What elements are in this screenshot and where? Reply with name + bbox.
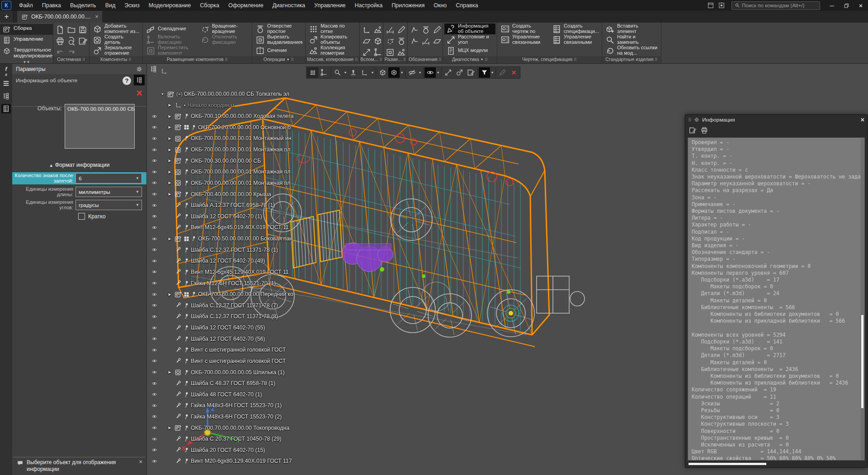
tree-row[interactable]: ▶ОКБ-700.00.00.00.00.01 Монтажная пл [147,144,301,155]
restore-button[interactable] [840,0,853,10]
information-window[interactable]: ⠿ Информация × Проверил = - Утвердил = -… [685,114,868,468]
zoom-icon[interactable] [332,67,343,78]
distance-angle-button[interactable]: Расстояние и угол [444,34,495,45]
tree-row[interactable]: ▼(+)ОКБ-700.00.00.00.00.00 СБ Толкатель … [147,89,301,99]
aux-axis-icon[interactable] [362,25,372,34]
tree-row[interactable]: Шайба 12 ГОСТ 6402-70 (49) [147,255,301,266]
aux-curve-icon[interactable] [373,48,383,56]
visibility-eye-icon[interactable] [151,258,158,264]
coincidence-button[interactable]: Совпадение [144,24,198,34]
info-vertical-scrollbar[interactable] [861,138,864,460]
tree-filter-icon[interactable] [160,67,168,75]
objects-listbox[interactable]: ОКБ-700.00.00.00.00.00 СБ... [65,104,135,149]
info-close-icon[interactable]: × [861,116,864,123]
create-spec-button[interactable]: Создать спецификаци... [550,24,600,34]
info-report[interactable]: Проверил = - Утвердил = - Т. контр. = - … [688,137,865,461]
tree-row[interactable]: Гайка М12-6Н ГОСТ 15521-70 (1) [147,278,301,289]
expand-arrow-icon[interactable]: ▶ [167,292,173,296]
dim-leader-icon[interactable] [396,48,406,56]
dim-linear-icon[interactable] [385,25,395,34]
scene-check-icon[interactable] [465,67,476,78]
tree-row[interactable]: ▶ОКБ-700.70.00.00.00.00 Токопроводна [147,423,301,433]
angle-units-select[interactable]: градусы▼ [75,200,142,210]
decimals-select[interactable]: 6▼ [75,173,142,183]
tree-row[interactable]: ▶ОКБ-700.40.00.00.00.00 Крыша [147,189,301,200]
tree-row[interactable]: Шайба 12 ГОСТ 6402-70 (56) [147,334,301,344]
aux-point-icon[interactable] [373,25,383,34]
visibility-eye-icon[interactable] [151,292,158,297]
display-dropdown-caret[interactable]: ▼ [400,71,404,74]
visibility-eye-icon[interactable] [151,436,158,442]
save-icon[interactable] [78,25,88,34]
visibility-eye-icon[interactable] [151,314,158,320]
dim-radial-icon[interactable] [385,37,395,46]
mirror-component-button[interactable]: Зеркальное отражение ко... [91,45,141,56]
snap-icon[interactable] [443,67,454,78]
info-gear-icon[interactable] [693,117,700,123]
mode-solid-modeling[interactable]: Твердотельное моделирование [0,46,53,60]
expand-arrow-icon[interactable]: ▶ [167,237,173,241]
tree-row[interactable]: Винт М12-6gх45.019.40Х.019 ГОСТ 11 [147,222,301,233]
expand-arrow-icon[interactable]: ▶ [167,159,173,163]
new-document-icon[interactable] [55,25,65,34]
visibility-eye-icon[interactable] [151,180,158,186]
tree-row[interactable]: Гайка М48х3-6Н ГОСТ 15523-70 (1) [147,400,301,411]
format-section-header[interactable]: ▲Формат информации [12,162,146,168]
mode-management[interactable]: Управление [0,35,53,46]
tree-row[interactable]: ▶ОКБ-700.00.00.00.00.01 Монтажная пл [147,166,301,177]
orientation-icon[interactable] [348,67,359,78]
expand-arrow-icon[interactable]: ▶ [167,148,173,152]
visibility-eye-icon[interactable] [151,124,158,130]
aux-lcs-icon[interactable] [373,37,383,46]
expand-arrow-icon[interactable]: ▶ [167,103,173,107]
designation-rough-icon[interactable] [410,25,420,34]
tree-row[interactable]: ▶ОКБ-700.50.00.00.00.00 Боковая пан [147,233,301,244]
create-part-button[interactable]: Создать деталь [91,34,141,45]
tree-row[interactable]: Винт с шестигранной головкой ГОСТ [147,344,301,355]
tree-row[interactable]: ▶ОКБ-700.30.00.00.00.00 СБ [147,155,301,166]
app-logo[interactable]: К [1,1,11,10]
expand-arrow-icon[interactable]: ▶ [167,170,173,174]
copy-objects-button[interactable]: Копировать объекты [307,34,358,45]
open-icon[interactable] [66,25,76,34]
document-tab[interactable]: ОКБ-700.00.00.00.00.... × [17,11,102,23]
visibility-eye-icon[interactable] [151,325,158,331]
move-component-button[interactable]: Переместить компонент [144,45,198,56]
preview-icon[interactable] [66,37,76,46]
grid-array-button[interactable]: Массив по сетке [307,24,358,34]
expand-arrow-icon[interactable]: ▶ [167,114,173,118]
length-units-select[interactable]: миллиметры▼ [75,187,142,197]
mode-assembly[interactable]: Сборка [0,24,53,35]
visibility-eye-icon[interactable] [151,269,158,275]
menu-оформление[interactable]: Оформление [224,0,268,11]
menu-эскиз[interactable]: Эскиз [120,0,144,11]
aux-plane-icon[interactable] [362,37,372,46]
info-save-icon[interactable] [689,127,697,134]
dim-table-icon[interactable] [385,48,395,56]
expand-arrow-icon[interactable]: ▶ [167,192,173,196]
insert-element-button[interactable]: Вставить элемент [604,24,660,34]
tree-panel-icon[interactable] [1,91,11,101]
expand-arrow-icon[interactable]: ▼ [160,92,165,96]
menu-правка[interactable]: Правка [38,0,66,11]
parameters-panel-icon[interactable] [1,104,11,113]
visibility-eye-icon[interactable] [151,391,158,397]
disable-fixation-button[interactable]: Отключить фиксацию [198,34,250,45]
menu-управление[interactable]: Управление [310,0,350,11]
expand-arrow-icon[interactable]: ▶ [167,136,173,141]
clip-dropdown-caret[interactable]: ▼ [436,71,440,74]
expand-arrow-icon[interactable]: ▶ [167,125,173,129]
shaded-display-icon[interactable] [377,67,388,78]
simple-hole-button[interactable]: Отверстие простое [254,24,304,34]
drag-grip-icon[interactable]: ⠿ [688,118,691,122]
filter-icon[interactable] [479,67,490,78]
info-horizontal-scrollbar[interactable] [688,462,861,466]
expand-arrow-icon[interactable]: ▶ [167,426,173,430]
geometry-collection-button[interactable]: Коллекция геометрии [307,45,358,56]
tab-close-icon[interactable]: × [95,14,98,20]
visibility-eye-icon[interactable] [151,381,158,386]
menu-настройка[interactable]: Настройка [350,0,387,11]
expand-arrow-icon[interactable]: ▶ [167,370,173,374]
dim-diameter-icon[interactable] [396,37,406,46]
visibility-eye-icon[interactable] [151,280,158,286]
